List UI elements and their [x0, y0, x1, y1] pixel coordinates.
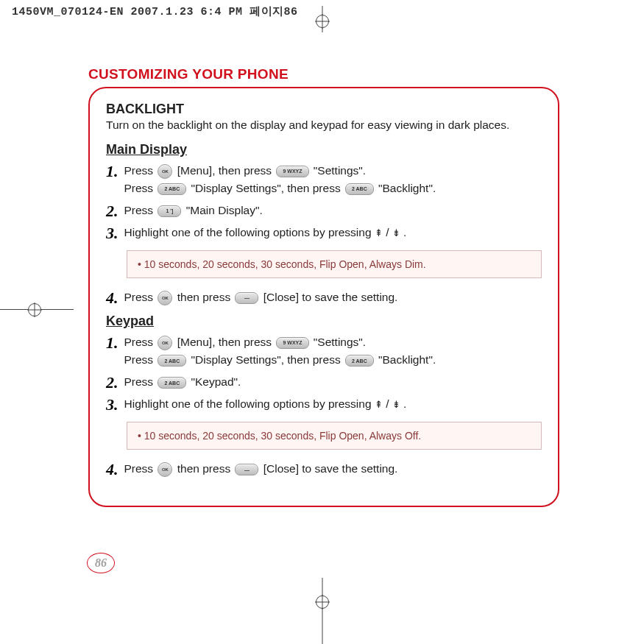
text: Press — [124, 336, 157, 348]
note-keypad: 10 seconds, 20 seconds, 30 seconds, Flip… — [127, 422, 542, 450]
text: "Keypad". — [191, 375, 241, 388]
key-2-icon: 2 ABC — [158, 183, 186, 195]
key-2-icon: 2 ABC — [158, 377, 186, 389]
text: "Settings". — [314, 336, 366, 348]
step-number: 4. — [106, 460, 118, 478]
text: Highlight one of the following options b… — [124, 226, 375, 238]
step-body: Highlight one of the following options b… — [124, 395, 407, 413]
crop-target-bottom — [316, 595, 329, 609]
ok-key-icon: OK — [158, 164, 172, 179]
step-number: 3. — [106, 224, 118, 241]
key-9-icon: 9 WXYZ — [276, 337, 308, 349]
text: Press — [124, 291, 157, 303]
text: Press — [124, 164, 157, 177]
ok-key-icon: OK — [158, 462, 172, 477]
dash-key-icon: — — [235, 292, 258, 304]
text: "Main Display". — [186, 204, 263, 216]
step-number: 4. — [106, 289, 118, 306]
text: Press — [124, 375, 157, 388]
step-body: Press OK then press — [Close] to save th… — [124, 289, 398, 306]
text: Press — [124, 204, 157, 216]
crop-target-left — [28, 303, 41, 316]
content-panel: BACKLIGHT Turn on the backlight on the d… — [88, 87, 559, 507]
subhead-main-display: Main Display — [106, 142, 542, 158]
down-icon: ⇟ — [392, 399, 400, 410]
text: then press — [177, 291, 234, 303]
step-body: Press OK then press — [Close] to save th… — [124, 460, 398, 478]
key-1-icon: 1 '] — [158, 205, 181, 217]
subhead-keypad: Keypad — [106, 314, 542, 329]
dash-key-icon: — — [235, 464, 258, 475]
step-number: 3. — [106, 395, 118, 413]
text: "Display Settings", then press — [191, 182, 344, 194]
text: "Settings". — [314, 164, 366, 177]
ok-key-icon: OK — [158, 291, 172, 305]
step-number: 1. — [106, 333, 118, 351]
text: Press — [124, 462, 157, 475]
crop-target-top — [316, 15, 329, 28]
crop-mark-bottom — [322, 578, 322, 644]
ok-key-icon: OK — [158, 336, 172, 350]
text: Highlight one of the following options b… — [124, 397, 375, 410]
page-number: 86 — [87, 553, 115, 573]
note-main-display: 10 seconds, 20 seconds, 30 seconds, Flip… — [127, 250, 542, 278]
up-icon: ⇞ — [375, 399, 383, 410]
text: [Close] to save the setting. — [263, 462, 398, 475]
text: Press — [124, 353, 157, 366]
step-body: Press OK [Menu], then press 9 WXYZ "Sett… — [124, 333, 436, 369]
steps-main-display: 1. Press OK [Menu], then press 9 WXYZ "S… — [106, 162, 542, 241]
intro-text: Turn on the backlight on the display and… — [106, 118, 542, 132]
step-body: Highlight one of the following options b… — [124, 224, 407, 241]
print-header: 1450VM_070124-EN 2007.1.23 6:4 PM 페이지86 — [12, 4, 298, 18]
steps-keypad: 1. Press OK [Menu], then press 9 WXYZ "S… — [106, 333, 542, 413]
key-2-icon: 2 ABC — [345, 355, 374, 367]
step-body: Press 1 '] "Main Display". — [124, 202, 263, 219]
heading-backlight: BACKLIGHT — [106, 102, 542, 117]
steps-main-display-cont: 4. Press OK then press — [Close] to save… — [106, 289, 542, 306]
text: Press — [124, 182, 157, 194]
key-2-icon: 2 ABC — [345, 183, 374, 195]
page-content: CUSTOMIZING YOUR PHONE BACKLIGHT Turn on… — [88, 66, 559, 507]
step-number: 2. — [106, 373, 118, 391]
text: [Close] to save the setting. — [263, 291, 398, 303]
step-body: Press OK [Menu], then press 9 WXYZ "Sett… — [124, 162, 436, 197]
key-9-icon: 9 WXYZ — [276, 166, 308, 177]
text: / — [386, 226, 392, 238]
step-body: Press 2 ABC "Keypad". — [124, 373, 241, 391]
text: "Backlight". — [378, 182, 436, 194]
text: "Display Settings", then press — [191, 353, 344, 366]
section-title: CUSTOMIZING YOUR PHONE — [88, 66, 559, 82]
step-number: 2. — [106, 202, 118, 219]
steps-keypad-cont: 4. Press OK then press — [Close] to save… — [106, 460, 542, 478]
down-icon: ⇟ — [392, 227, 400, 238]
text: then press — [177, 462, 234, 475]
text: . — [403, 397, 406, 410]
key-2-icon: 2 ABC — [158, 355, 186, 367]
step-number: 1. — [106, 162, 118, 180]
text: [Menu], then press — [177, 336, 275, 348]
up-icon: ⇞ — [375, 227, 383, 238]
text: "Backlight". — [378, 353, 436, 366]
text: / — [386, 397, 392, 410]
text: [Menu], then press — [177, 164, 275, 177]
text: . — [403, 226, 406, 238]
